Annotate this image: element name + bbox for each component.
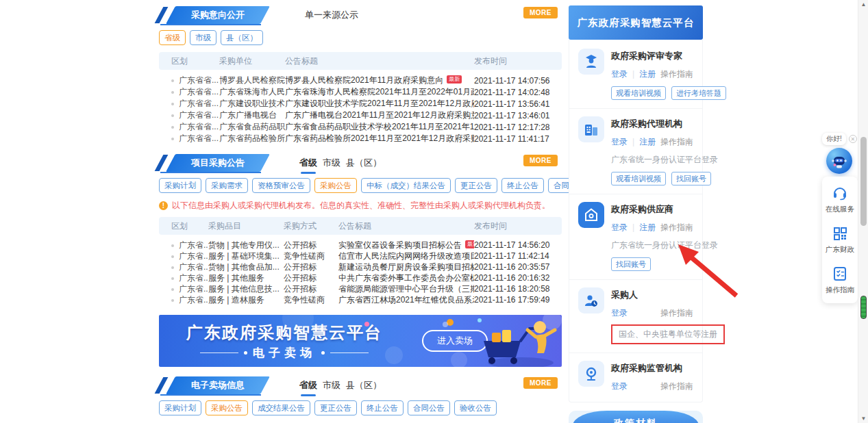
headset-icon	[832, 185, 848, 201]
online-service-item[interactable]: 在线服务	[823, 185, 856, 214]
type-filter-button[interactable]: 中标（成交）结果公告	[361, 178, 451, 193]
close-icon[interactable]: ✕	[849, 135, 857, 143]
row-title[interactable]: 广东省西江林场2021年红锥优良品系示范推广项目竞...最新	[338, 294, 474, 306]
column-header: 区划	[171, 220, 208, 232]
auth-link[interactable]: 登录	[611, 136, 639, 148]
level-tab[interactable]: 市级	[320, 157, 343, 169]
section-title-ribbon[interactable]: 电子卖场信息	[159, 377, 265, 394]
browser-scrollbar[interactable]: ▲ ▼	[858, 0, 868, 423]
auth-link[interactable]: 注册	[639, 222, 656, 233]
type-filter-button[interactable]: 验收公告	[454, 400, 497, 415]
guide-link[interactable]: 操作指南	[660, 68, 693, 80]
scroll-down-icon[interactable]: ▼	[858, 415, 868, 422]
table-row[interactable]: 广东省... 服务 | 其他信息技... 公开招标 省能源局能源管理中心平台升级…	[159, 283, 562, 294]
banner-title: 广东政府采购智慧云平台	[186, 322, 382, 344]
role-action-button[interactable]: 观看培训视频	[611, 172, 666, 185]
row-title[interactable]: 博罗县人民检察院2021年11月政府采购意向最新	[285, 75, 474, 86]
soe-register-link-highlighted[interactable]: 国企、中央驻粤单位等注册	[611, 324, 725, 344]
row-title[interactable]: 广东省食品药品职业技术学校2021年11月至2021年12月政府采购意向最新	[285, 121, 474, 133]
table-row[interactable]: 广东省省... 博罗县人民检察院 博罗县人民检察院2021年11月政府采购意向最…	[159, 75, 562, 86]
row-unit: 广东广播电视台	[219, 110, 285, 121]
level-tab[interactable]: 县（区）	[343, 379, 384, 392]
auth-link[interactable]: 登录	[611, 222, 639, 233]
row-time: 2021-11-17 13:56:41	[474, 99, 562, 109]
disclaimer-text: 以下信息由采购人或采购代理机构发布。信息的真实性、准确性、完整性由采购人或采购代…	[172, 200, 550, 212]
guide-link[interactable]: 操作指南	[660, 136, 693, 148]
unified-auth-note[interactable]: 广东省统一身份认证平台登录	[611, 154, 693, 166]
auth-link[interactable]: 注册	[639, 68, 656, 80]
table-header: 区划采购单位公告标题发布时间	[159, 52, 562, 70]
assistant-robot-avatar[interactable]	[826, 148, 852, 174]
type-filter-button[interactable]: 合同公告	[408, 400, 450, 415]
row-title[interactable]: 广东建设职业技术学院2021年11月至2021年12月政府采购意向最新	[285, 98, 474, 110]
level-filter-button[interactable]: 县（区）	[221, 30, 263, 45]
type-filter-button[interactable]: 成交结果公告	[252, 400, 310, 415]
new-badge: 最新	[447, 75, 462, 84]
more-button[interactable]: MORE	[523, 155, 558, 166]
more-button[interactable]: MORE	[523, 7, 558, 18]
auth-link[interactable]: 登录	[611, 381, 628, 392]
auth-link[interactable]: 登录	[611, 307, 628, 319]
level-tab[interactable]: 省级	[297, 157, 320, 169]
level-filter-button[interactable]: 市级	[190, 30, 216, 45]
type-filter-button[interactable]: 采购计划	[159, 178, 201, 193]
row-title[interactable]: 广东广播电视台2021年11月至2021年12月政府采购意向最新	[285, 110, 474, 121]
more-button[interactable]: MORE	[523, 377, 558, 389]
guide-link[interactable]: 操作指南	[660, 222, 693, 233]
row-time: 2021-11-16 17:59:49	[474, 295, 562, 305]
table-row[interactable]: 广东省省... 广东省食品药品职... 广东省食品药品职业技术学校2021年11…	[159, 121, 562, 133]
table-row[interactable]: 广东省... 货物 | 其他食品加... 公开招标 新建运动员餐厅厨房设备采购项…	[159, 261, 562, 272]
table-row[interactable]: 广东省... 服务 | 其他服务 公开招标 中共广东省委外事工作委员会办公室机关…	[159, 272, 562, 283]
section-project-announcements: 项目采购公告 省级市级县（区） MORE 采购计划采购需求资格预审公告采购公告中…	[159, 153, 562, 305]
table-row[interactable]: 广东省省... 广东省药品检验所 广东省药品检验所2021年11月至2021年1…	[159, 133, 562, 144]
role-action-button[interactable]: 找回账号	[671, 172, 711, 185]
ribbon-stripe-icon	[155, 155, 169, 171]
row-time: 2021-11-16 18:20:58	[474, 284, 562, 294]
table-row[interactable]: 广东省省... 广东广播电视台 广东广播电视台2021年11月至2021年12月…	[159, 110, 562, 121]
row-title[interactable]: 中共广东省委外事工作委员会办公室机关食堂食材配送...最新	[338, 272, 474, 284]
type-filter-button[interactable]: 采购公告	[314, 178, 357, 193]
row-title[interactable]: 广东省药品检验所2021年11月至2021年12月政府采购意向最新	[285, 133, 474, 144]
type-filter-button[interactable]: 终止公告	[361, 400, 404, 415]
row-title[interactable]: 省能源局能源管理中心平台升级（三期）项目公开招标...最新	[338, 283, 474, 295]
role-action-button[interactable]: 进行考培答题	[671, 86, 726, 100]
type-filter-button[interactable]: 采购需求	[206, 178, 248, 193]
level-tab[interactable]: 县（区）	[343, 157, 384, 169]
auth-link[interactable]: 登录	[611, 68, 639, 80]
type-filter-button[interactable]: 终止公告	[501, 178, 544, 193]
row-title[interactable]: 实验室仪器设备采购项目招标公告最新	[338, 240, 474, 251]
level-tab[interactable]: 省级	[297, 379, 320, 392]
table-row[interactable]: 广东省... 货物 | 其他专用仪... 公开招标 实验室仪器设备采购项目招标公…	[159, 240, 562, 251]
row-title[interactable]: 信宜市人民法院内网网络升级改造项目(二次)竞争性磋...最新	[338, 251, 474, 262]
type-filter-button[interactable]: 采购公告	[206, 400, 248, 415]
table-row[interactable]: 广东省省... 广东省珠海市人民... 广东省珠海市人民检察院2021年11月至…	[159, 86, 562, 98]
section-title-ribbon[interactable]: 项目采购公告	[159, 155, 265, 171]
level-tab[interactable]: 市级	[320, 379, 343, 392]
role-action-button[interactable]: 观看培训视频	[611, 86, 666, 100]
row-region: 广东省省...	[171, 86, 219, 98]
row-title[interactable]: 新建运动员餐厅厨房设备采购项目招标公告最新	[338, 261, 474, 273]
type-filter-button[interactable]: 采购计划	[159, 400, 201, 415]
operation-guide-item[interactable]: 操作指南	[823, 266, 856, 295]
section-header: 电子卖场信息 省级市级县（区） MORE	[159, 376, 562, 394]
section-title-ribbon[interactable]: 采购意向公开	[159, 7, 265, 23]
type-filter-button[interactable]: 资格预审公告	[252, 178, 310, 193]
table-row[interactable]: 广东省... 服务 | 基础环境集... 竞争性磋商 信宜市人民法院内网网络升级…	[159, 251, 562, 261]
auth-link[interactable]: 注册	[639, 136, 656, 148]
guide-link[interactable]: 操作指南	[660, 307, 693, 319]
role-action-button[interactable]: 找回账号	[611, 257, 651, 271]
emall-banner[interactable]: 广东政府采购智慧云平台 电子卖场 进入卖场	[159, 315, 562, 367]
row-title[interactable]: 广东省珠海市人民检察院2021年11月至2022年01月政府采购意向最新	[285, 86, 474, 98]
table-row[interactable]: 广东省... 服务 | 造林服务 竞争性磋商 广东省西江林场2021年红锥优良品…	[159, 294, 562, 305]
gd-finance-qr-item[interactable]: 广东财政	[823, 225, 856, 255]
tab-single-source[interactable]: 单一来源公示	[305, 9, 358, 21]
type-filter-button[interactable]: 更正公告	[455, 178, 497, 193]
role-title: 政府采购代理机构	[611, 118, 693, 130]
scrollbar-thumb[interactable]	[860, 137, 867, 226]
row-unit: 博罗县人民检察院	[219, 75, 285, 86]
type-filter-button[interactable]: 更正公告	[314, 400, 357, 415]
guide-link[interactable]: 操作指南	[660, 381, 693, 392]
scroll-up-icon[interactable]: ▲	[858, 1, 868, 8]
level-filter-button[interactable]: 省级	[159, 30, 186, 45]
table-row[interactable]: 广东省省... 广东建设职业技术... 广东建设职业技术学院2021年11月至2…	[159, 98, 562, 110]
